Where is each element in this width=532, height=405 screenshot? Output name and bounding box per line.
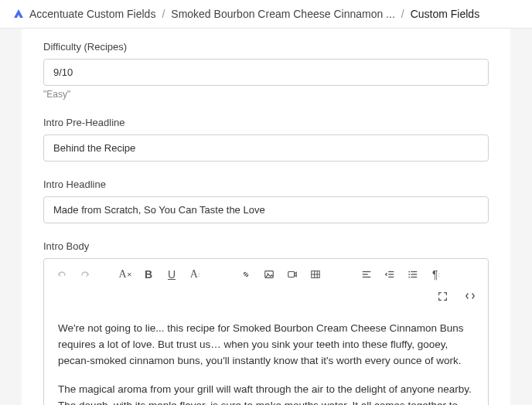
field-headline: Intro Headline: [43, 179, 489, 223]
field-pre-headline: Intro Pre-Headline: [43, 117, 489, 162]
redo-button[interactable]: [75, 265, 95, 284]
svg-point-16: [408, 271, 410, 273]
svg-point-18: [408, 277, 410, 278]
clear-format-button[interactable]: A✕: [115, 265, 135, 284]
paragraph-format-button[interactable]: ¶:: [426, 265, 446, 284]
body-paragraph-1: We're not going to lie... this recipe fo…: [58, 321, 474, 369]
field-label-headline: Intro Headline: [43, 179, 489, 190]
field-body: Intro Body A✕ B U A:: [43, 240, 489, 405]
rich-text-editor: A✕ B U A:: [43, 258, 489, 405]
undo-button[interactable]: [52, 265, 72, 284]
image-button[interactable]: [259, 265, 279, 284]
editor-content[interactable]: We're not going to lie... this recipe fo…: [44, 310, 488, 405]
fullscreen-button[interactable]: [432, 287, 452, 305]
link-button[interactable]: [236, 265, 256, 284]
headline-input[interactable]: [43, 196, 489, 223]
svg-rect-2: [288, 272, 295, 277]
page-content: Difficulty (Recipes) "Easy" Intro Pre-He…: [22, 29, 510, 405]
code-view-button[interactable]: [460, 287, 480, 305]
body-paragraph-2: The magical aroma from your grill will w…: [58, 382, 474, 405]
breadcrumb-separator: /: [401, 8, 404, 20]
field-label-pre-headline: Intro Pre-Headline: [43, 117, 489, 128]
field-difficulty: Difficulty (Recipes) "Easy": [43, 41, 489, 100]
field-label-difficulty: Difficulty (Recipes): [43, 41, 489, 53]
breadcrumb-current: Custom Fields: [411, 8, 479, 20]
breadcrumb-app[interactable]: Accentuate Custom Fields: [29, 8, 155, 20]
field-label-body: Intro Body: [43, 240, 489, 252]
pre-headline-input[interactable]: [43, 134, 489, 162]
difficulty-hint: "Easy": [43, 89, 489, 100]
video-button[interactable]: [282, 265, 302, 284]
outdent-button[interactable]: [380, 265, 400, 284]
underline-button[interactable]: U: [162, 265, 182, 284]
difficulty-input[interactable]: [43, 59, 489, 86]
breadcrumb-bar: Accentuate Custom Fields / Smoked Bourbo…: [0, 0, 532, 29]
font-size-button[interactable]: A:: [185, 265, 205, 284]
breadcrumb-item[interactable]: Smoked Bourbon Cream Cheese Cinnamon ...: [171, 8, 394, 20]
editor-toolbar: A✕ B U A:: [44, 259, 488, 287]
breadcrumb-separator: /: [162, 8, 165, 20]
table-button[interactable]: [305, 265, 326, 284]
svg-point-17: [408, 274, 410, 275]
align-left-button[interactable]: [356, 265, 377, 284]
bold-button[interactable]: B: [138, 265, 159, 284]
editor-toolbar-secondary: [44, 287, 488, 310]
app-logo-icon: [12, 8, 25, 20]
list-button[interactable]: [403, 265, 423, 284]
